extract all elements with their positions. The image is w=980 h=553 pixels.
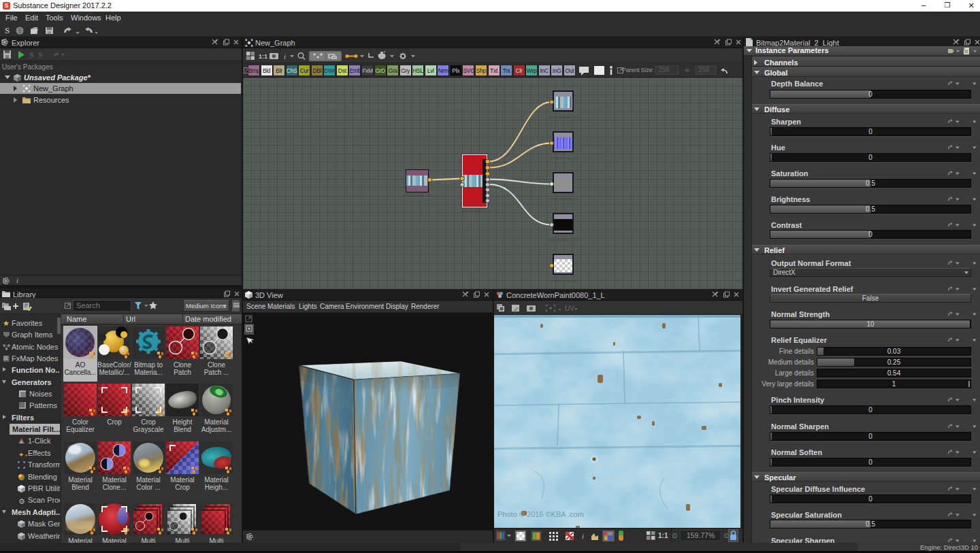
svg-text:S: S [38, 50, 43, 59]
svg-text:1:1: 1:1 [259, 53, 267, 60]
svg-text:S: S [29, 50, 34, 59]
svg-text:i: i [582, 532, 584, 540]
svg-text:Photo © 2016 ©KBA .com: Photo © 2016 ©KBA .com [497, 510, 584, 518]
svg-text:UV: UV [565, 305, 574, 312]
svg-text:S: S [5, 26, 10, 35]
svg-text:i: i [284, 52, 286, 61]
